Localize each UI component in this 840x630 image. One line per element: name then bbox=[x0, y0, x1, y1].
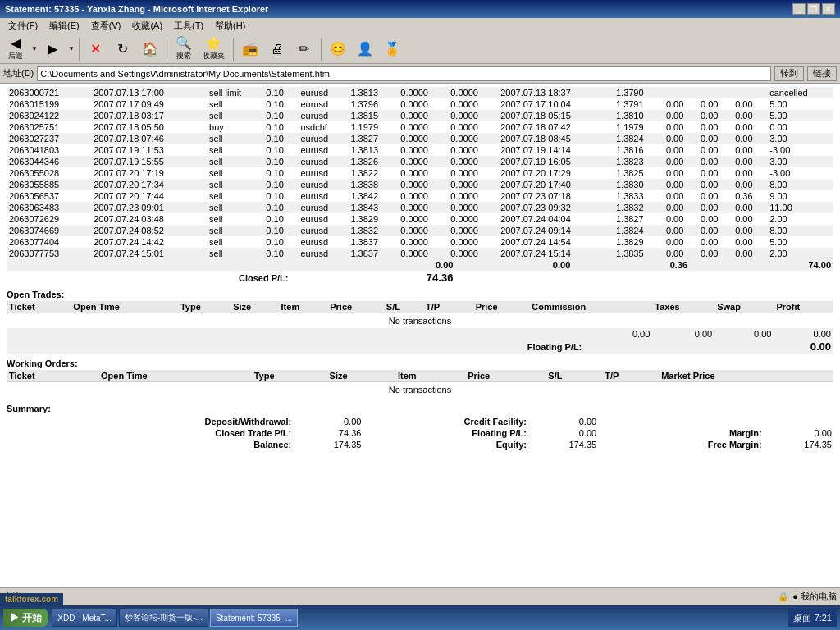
sep2 bbox=[167, 38, 167, 61]
edit-button[interactable]: ✏ bbox=[292, 40, 317, 58]
main-content: 20630007212007.07.13 17:00sell limit0.10… bbox=[0, 84, 840, 587]
toolbar: ◀ 后退 ▼ ▶ ▼ ✕ ↻ 🏠 🔍 搜索 ⭐ 收藏夹 📻 🖨 ✏ 😊 👤 🏅 bbox=[0, 34, 840, 64]
taskbar: ▶ 开始 XDD - MetaT...炒客论坛-期货一版-...Statemen… bbox=[0, 605, 840, 630]
address-input[interactable] bbox=[37, 66, 771, 81]
credit-label: Credit Facility: bbox=[407, 417, 527, 427]
back-label: 后退 bbox=[8, 51, 23, 62]
sep3 bbox=[233, 38, 234, 61]
summary-row-3: Balance: 174.35 Equity: 174.35 Free Marg… bbox=[8, 440, 832, 450]
free-margin-label: Free Margin: bbox=[642, 440, 762, 450]
restore-button[interactable]: ❐ bbox=[807, 3, 820, 15]
print-icon: 🖨 bbox=[271, 43, 284, 56]
extra3-button[interactable]: 🏅 bbox=[380, 40, 404, 58]
floating-pl-table: Floating P/L: 0.00 bbox=[7, 340, 833, 354]
taskbar-items: XDD - MetaT...炒客论坛-期货一版-...Statement: 57… bbox=[52, 609, 784, 627]
balance-label: Balance: bbox=[138, 440, 291, 450]
closed-trade-row: 20630418032007.07.19 11:53sell0.10eurusd… bbox=[7, 144, 833, 156]
credit-value: 0.00 bbox=[528, 417, 596, 427]
closed-trade-row: 20630007212007.07.13 17:00sell limit0.10… bbox=[7, 87, 833, 98]
menu-view[interactable]: 查看(V) bbox=[86, 19, 126, 33]
working-orders-col-headers: TicketOpen TimeTypeSizeItemPriceS/LT/PMa… bbox=[7, 370, 833, 382]
menu-favorites[interactable]: 收藏(A) bbox=[127, 19, 167, 33]
equity-value: 174.35 bbox=[528, 440, 596, 450]
forward-icon: ▶ bbox=[48, 43, 57, 56]
working-no-transactions: No transactions bbox=[7, 382, 833, 398]
status-computer: ● 我的电脑 bbox=[792, 591, 837, 603]
summary-floating-pl-value: 0.00 bbox=[528, 428, 596, 438]
address-bar: 地址(D) 转到 链接 bbox=[0, 64, 840, 84]
closed-pl-label: Closed P/L: bbox=[7, 271, 291, 285]
close-button[interactable]: ✕ bbox=[822, 3, 835, 15]
margin-label: Margin: bbox=[642, 428, 762, 438]
closed-trade-row: 20630774042007.07.24 14:42sell0.10eurusd… bbox=[7, 236, 833, 248]
sep4 bbox=[321, 38, 322, 61]
menu-edit[interactable]: 编辑(E) bbox=[44, 19, 84, 33]
closed-trades-table: 20630007212007.07.13 17:00sell limit0.10… bbox=[7, 87, 833, 259]
taskbar-item[interactable]: Statement: 57335 -... bbox=[210, 609, 298, 627]
forward-button[interactable]: ▶ bbox=[40, 40, 65, 58]
links-button[interactable]: 链接 bbox=[807, 66, 837, 81]
address-label: 地址(D) bbox=[3, 67, 34, 80]
search-button[interactable]: 🔍 搜索 bbox=[171, 34, 196, 64]
floating-pl-row: Floating P/L: 0.00 bbox=[7, 340, 833, 354]
extra2-button[interactable]: 👤 bbox=[353, 40, 377, 58]
balance-value: 174.35 bbox=[293, 440, 361, 450]
window-title: Statement: 57335 - Yanxia Zhang - Micros… bbox=[5, 4, 268, 14]
window-controls[interactable]: _ ❐ ✕ bbox=[792, 3, 835, 15]
summary-row-1: Deposit/Withdrawal: 0.00 Credit Facility… bbox=[8, 417, 832, 427]
closed-pl-value: 74.36 bbox=[291, 271, 456, 285]
forward-dropdown-arrow[interactable]: ▼ bbox=[68, 45, 75, 52]
closed-trade-pl-value: 74.36 bbox=[293, 428, 361, 438]
watermark: talkforex.com bbox=[0, 593, 63, 605]
system-time: 7:21 bbox=[815, 613, 832, 623]
closed-trade-row: 20630746692007.07.24 08:52sell0.10eurusd… bbox=[7, 225, 833, 236]
status-right: 🔒 ● 我的电脑 bbox=[778, 591, 837, 603]
summary-row-2: Closed Trade P/L: 74.36 Floating P/L: 0.… bbox=[8, 428, 832, 438]
refresh-icon: ↻ bbox=[117, 43, 128, 56]
summary-section: Summary: Deposit/Withdrawal: 0.00 Credit… bbox=[7, 404, 833, 451]
closed-trade-row: 20630634832007.07.23 09:01sell0.10eurusd… bbox=[7, 202, 833, 213]
favorites-button[interactable]: ⭐ 收藏夹 bbox=[199, 34, 229, 64]
totals-table: 0.000.000.3674.00 Closed P/L: 74.36 bbox=[7, 259, 833, 285]
stop-button[interactable]: ✕ bbox=[84, 40, 108, 58]
taskbar-item[interactable]: 炒客论坛-期货一版-... bbox=[119, 609, 208, 627]
taskbar-item[interactable]: XDD - MetaT... bbox=[52, 609, 117, 627]
back-icon: ◀ bbox=[11, 37, 21, 50]
open-trades-col-headers: TicketOpen TimeTypeSizeItemPriceS/LT/PPr… bbox=[7, 301, 833, 313]
deposit-value: 0.00 bbox=[293, 417, 361, 427]
stop-icon: ✕ bbox=[90, 43, 101, 56]
minimize-button[interactable]: _ bbox=[792, 3, 806, 15]
summary-header: Summary: bbox=[7, 404, 833, 413]
closed-trade-row: 20630151992007.07.17 09:49sell0.10eurusd… bbox=[7, 98, 833, 110]
open-trades-table: TicketOpen TimeTypeSizeItemPriceS/LT/PPr… bbox=[7, 301, 833, 340]
home-button[interactable]: 🏠 bbox=[138, 40, 162, 58]
open-no-transactions: No transactions bbox=[7, 313, 833, 329]
edit-icon: ✏ bbox=[299, 43, 309, 56]
floating-pl-value: 0.00 bbox=[584, 340, 833, 354]
closed-trade-row: 20630777532007.07.24 15:01sell0.10eurusd… bbox=[7, 248, 833, 259]
working-orders-table: TicketOpen TimeTypeSizeItemPriceS/LT/PMa… bbox=[7, 370, 833, 397]
closed-trade-row: 20630550282007.07.20 17:19sell0.10eurusd… bbox=[7, 167, 833, 179]
back-dropdown-arrow[interactable]: ▼ bbox=[31, 45, 38, 52]
menu-tools[interactable]: 工具(T) bbox=[169, 19, 208, 33]
menu-file[interactable]: 文件(F) bbox=[3, 19, 43, 33]
extra1-button[interactable]: 😊 bbox=[326, 40, 350, 58]
status-bar: 完毕 🔒 ● 我的电脑 bbox=[0, 587, 840, 605]
print-button[interactable]: 🖨 bbox=[265, 40, 290, 58]
sep1 bbox=[79, 38, 80, 61]
working-orders-header: Working Orders: bbox=[7, 358, 833, 368]
menu-help[interactable]: 帮助(H) bbox=[210, 19, 250, 33]
back-button[interactable]: ◀ 后退 bbox=[3, 34, 28, 64]
closed-trade-row: 20630443462007.07.19 15:55sell0.10eurusd… bbox=[7, 156, 833, 167]
media-button[interactable]: 📻 bbox=[238, 40, 262, 58]
go-button[interactable]: 转到 bbox=[774, 66, 804, 81]
closed-trade-row: 20630726292007.07.24 03:48sell0.10eurusd… bbox=[7, 213, 833, 225]
floating-pl-label: Floating P/L: bbox=[7, 340, 584, 354]
start-button[interactable]: ▶ 开始 bbox=[3, 609, 48, 627]
search-label: 搜索 bbox=[176, 51, 191, 62]
closed-trade-row: 20630565372007.07.20 17:44sell0.10eurusd… bbox=[7, 190, 833, 202]
open-totals-row: 0.000.000.000.00 bbox=[7, 328, 833, 340]
closed-trade-pl-label: Closed Trade P/L: bbox=[138, 428, 291, 438]
star-icon: ⭐ bbox=[205, 37, 221, 50]
refresh-button[interactable]: ↻ bbox=[111, 40, 135, 58]
